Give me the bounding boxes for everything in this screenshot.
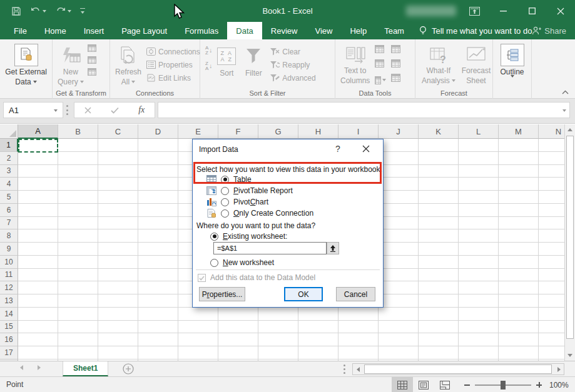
zoom-level[interactable]: 100%: [549, 381, 569, 389]
redo-dropdown-icon[interactable]: [68, 10, 71, 13]
save-button[interactable]: [11, 6, 21, 16]
radio-existing-worksheet[interactable]: [210, 233, 218, 241]
column-header-L[interactable]: L: [459, 124, 499, 139]
option-pivotchart[interactable]: PivotChart: [206, 197, 268, 207]
column-header-I[interactable]: I: [338, 124, 379, 139]
radio-only-connection[interactable]: [221, 209, 229, 218]
horizontal-scrollbar[interactable]: [352, 363, 564, 375]
what-if-analysis-button[interactable]: ? What-If Analysis: [422, 43, 455, 85]
row-header-7[interactable]: 7: [0, 217, 18, 230]
row-header-17[interactable]: 17: [0, 346, 18, 359]
row-header-14[interactable]: 14: [0, 308, 18, 321]
tab-page-layout[interactable]: Page Layout: [113, 22, 176, 39]
consolidate-icon[interactable]: [391, 45, 400, 53]
row-header-3[interactable]: 3: [0, 165, 18, 178]
scroll-left-button[interactable]: [353, 364, 363, 374]
option-pivottable-report[interactable]: PivotTable Report: [206, 186, 293, 196]
text-to-columns-button[interactable]: Text to Columns: [340, 43, 370, 86]
new-sheet-button[interactable]: [123, 363, 134, 374]
row-header-8[interactable]: 8: [0, 229, 18, 243]
clear-filter-button[interactable]: Clear: [270, 45, 315, 58]
row-header-2[interactable]: 2: [0, 152, 18, 165]
tab-help[interactable]: Help: [341, 22, 375, 39]
undo-button[interactable]: [30, 7, 46, 16]
data-validation-button[interactable]: [375, 74, 386, 86]
column-header-F[interactable]: F: [218, 124, 258, 139]
option-new-worksheet[interactable]: New worksheet: [210, 258, 274, 268]
row-header-12[interactable]: 12: [0, 281, 18, 294]
group-label-connections[interactable]: Connections: [110, 89, 200, 97]
zoom-slider[interactable]: [475, 384, 531, 386]
option-table[interactable]: Table: [206, 174, 252, 184]
insert-function-button[interactable]: fx: [138, 105, 145, 115]
group-label-get-transform[interactable]: Get & Transform: [53, 89, 109, 97]
forecast-sheet-button[interactable]: Forecast Sheet: [462, 43, 491, 85]
column-header-K[interactable]: K: [419, 124, 459, 139]
advanced-filter-button[interactable]: Advanced: [270, 71, 315, 84]
radio-pivottable[interactable]: [221, 187, 229, 195]
column-header-G[interactable]: G: [258, 124, 298, 139]
tab-file[interactable]: File: [5, 22, 36, 39]
group-label-sort-filter[interactable]: Sort & Filter: [200, 89, 335, 97]
sort-descending-button[interactable]: ZA ↓: [205, 61, 212, 71]
reapply-filter-button[interactable]: Reapply: [270, 58, 315, 71]
column-header-A[interactable]: A: [18, 124, 58, 139]
zoom-in-button[interactable]: [536, 382, 542, 388]
share-button[interactable]: Share: [532, 22, 566, 39]
relationships-icon[interactable]: [391, 59, 400, 68]
confirm-entry-icon[interactable]: [111, 107, 119, 114]
group-label-forecast[interactable]: Forecast: [415, 89, 492, 97]
sort-ascending-button[interactable]: AZ ↓: [205, 46, 212, 56]
column-header-M[interactable]: M: [499, 124, 539, 139]
new-query-button[interactable]: New Query: [58, 43, 84, 86]
tab-data[interactable]: Data: [227, 22, 262, 39]
vertical-scrollbar-thumb[interactable]: [566, 136, 574, 339]
column-header-E[interactable]: E: [178, 124, 218, 139]
column-header-J[interactable]: J: [379, 124, 419, 139]
manage-data-model-icon[interactable]: [391, 74, 400, 82]
vertical-scrollbar[interactable]: [564, 124, 575, 361]
row-header-4[interactable]: 4: [0, 178, 18, 191]
collapse-dialog-button[interactable]: [327, 242, 339, 254]
collapse-ribbon-button[interactable]: [562, 90, 569, 94]
row-header-5[interactable]: 5: [0, 191, 18, 204]
dialog-close-button[interactable]: [359, 143, 373, 155]
formula-bar-splitter[interactable]: [66, 105, 69, 115]
sheet-tab-sheet1[interactable]: Sheet1: [63, 361, 108, 376]
cancel-entry-icon[interactable]: [84, 107, 91, 114]
connections-button[interactable]: Connections: [146, 45, 200, 58]
zoom-out-button[interactable]: [464, 384, 470, 386]
option-only-create-connection[interactable]: Only Create Connection: [206, 208, 313, 218]
minimize-button[interactable]: [489, 0, 517, 22]
scroll-right-button[interactable]: [554, 364, 564, 374]
column-header-H[interactable]: H: [298, 124, 338, 139]
tab-scrollbar-splitter[interactable]: [343, 364, 345, 374]
tab-review[interactable]: Review: [262, 22, 307, 39]
ok-button[interactable]: OK: [284, 287, 323, 301]
column-header-N[interactable]: N: [539, 124, 564, 139]
name-box-dropdown-icon[interactable]: [54, 109, 58, 112]
customize-qat-button[interactable]: [80, 8, 85, 14]
active-cell-a1[interactable]: [18, 139, 58, 153]
normal-view-button[interactable]: [392, 377, 413, 392]
outline-button[interactable]: Outline: [493, 41, 531, 86]
previous-sheet-button[interactable]: [20, 365, 23, 370]
column-header-B[interactable]: B: [58, 124, 98, 139]
zoom-slider-handle[interactable]: [501, 381, 506, 389]
row-header-11[interactable]: 11: [0, 269, 18, 282]
group-label-data-tools[interactable]: Data Tools: [335, 89, 415, 97]
page-break-preview-button[interactable]: [434, 377, 455, 392]
formula-input[interactable]: [158, 102, 570, 118]
recent-sources-icon[interactable]: [88, 56, 96, 64]
next-sheet-button[interactable]: [38, 365, 41, 370]
tab-home[interactable]: Home: [36, 22, 75, 39]
scroll-up-button[interactable]: [565, 124, 575, 135]
remove-duplicates-icon[interactable]: [375, 59, 384, 68]
row-header-15[interactable]: 15: [0, 321, 18, 334]
name-box[interactable]: A1: [3, 102, 63, 118]
row-header-9[interactable]: 9: [0, 243, 18, 256]
range-input[interactable]: =$A$1: [213, 242, 327, 254]
tab-formulas[interactable]: Formulas: [176, 22, 227, 39]
formula-bar-expand-icon[interactable]: [562, 109, 566, 112]
refresh-all-button[interactable]: Refresh All: [115, 43, 141, 86]
